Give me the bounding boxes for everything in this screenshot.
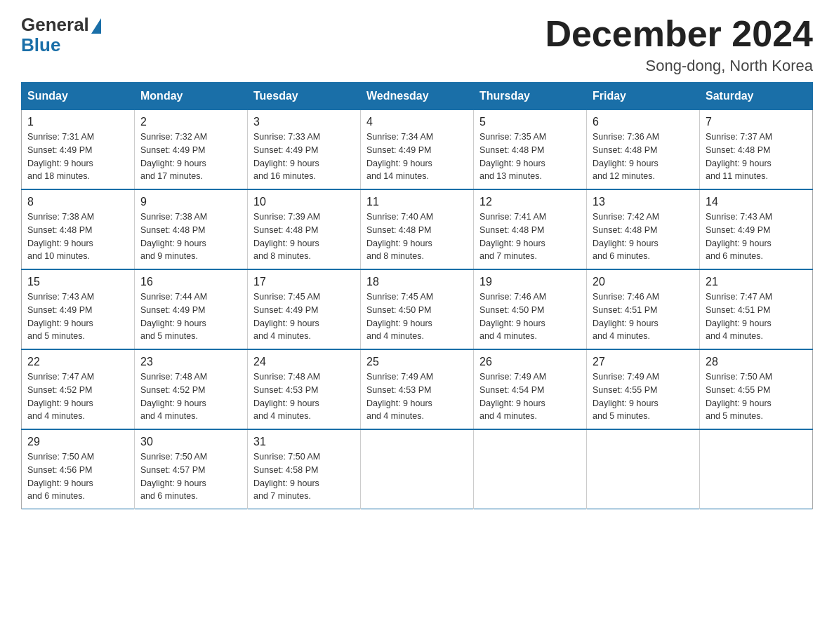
day-info: Sunrise: 7:33 AM Sunset: 4:49 PM Dayligh… <box>253 130 355 183</box>
day-number: 25 <box>366 356 468 368</box>
day-info: Sunrise: 7:44 AM Sunset: 4:49 PM Dayligh… <box>140 290 241 343</box>
day-number: 23 <box>140 356 241 368</box>
day-number: 17 <box>253 276 355 288</box>
calendar-week-row: 1 Sunrise: 7:31 AM Sunset: 4:49 PM Dayli… <box>22 110 813 190</box>
calendar-cell: 29 Sunrise: 7:50 AM Sunset: 4:56 PM Dayl… <box>22 429 135 509</box>
day-number: 21 <box>706 276 807 288</box>
calendar-week-row: 29 Sunrise: 7:50 AM Sunset: 4:56 PM Dayl… <box>22 429 813 509</box>
day-info: Sunrise: 7:39 AM Sunset: 4:48 PM Dayligh… <box>253 210 355 263</box>
day-info: Sunrise: 7:35 AM Sunset: 4:48 PM Dayligh… <box>479 130 581 183</box>
day-info: Sunrise: 7:47 AM Sunset: 4:51 PM Dayligh… <box>706 290 807 343</box>
col-saturday: Saturday <box>700 83 813 110</box>
calendar-cell: 27 Sunrise: 7:49 AM Sunset: 4:55 PM Dayl… <box>587 349 700 429</box>
day-number: 22 <box>27 356 128 368</box>
day-number: 30 <box>140 436 241 448</box>
day-info: Sunrise: 7:49 AM Sunset: 4:55 PM Dayligh… <box>593 370 694 423</box>
col-thursday: Thursday <box>474 83 587 110</box>
month-title: December 2024 <box>545 14 813 54</box>
day-info: Sunrise: 7:49 AM Sunset: 4:53 PM Dayligh… <box>366 370 468 423</box>
calendar-cell: 31 Sunrise: 7:50 AM Sunset: 4:58 PM Dayl… <box>248 429 361 509</box>
day-number: 7 <box>706 116 807 128</box>
day-number: 14 <box>706 196 807 208</box>
calendar-cell: 12 Sunrise: 7:41 AM Sunset: 4:48 PM Dayl… <box>474 189 587 269</box>
day-number: 10 <box>253 196 355 208</box>
calendar-cell: 5 Sunrise: 7:35 AM Sunset: 4:48 PM Dayli… <box>474 110 587 190</box>
calendar-cell: 21 Sunrise: 7:47 AM Sunset: 4:51 PM Dayl… <box>700 269 813 349</box>
day-number: 29 <box>27 436 128 448</box>
day-number: 13 <box>593 196 694 208</box>
calendar-cell: 23 Sunrise: 7:48 AM Sunset: 4:52 PM Dayl… <box>135 349 248 429</box>
day-info: Sunrise: 7:42 AM Sunset: 4:48 PM Dayligh… <box>593 210 694 263</box>
day-number: 26 <box>479 356 581 368</box>
calendar-cell: 3 Sunrise: 7:33 AM Sunset: 4:49 PM Dayli… <box>248 110 361 190</box>
day-number: 27 <box>593 356 694 368</box>
day-info: Sunrise: 7:32 AM Sunset: 4:49 PM Dayligh… <box>140 130 241 183</box>
calendar-cell: 6 Sunrise: 7:36 AM Sunset: 4:48 PM Dayli… <box>587 110 700 190</box>
day-info: Sunrise: 7:47 AM Sunset: 4:52 PM Dayligh… <box>27 370 128 423</box>
calendar-week-row: 15 Sunrise: 7:43 AM Sunset: 4:49 PM Dayl… <box>22 269 813 349</box>
day-number: 12 <box>479 196 581 208</box>
day-number: 9 <box>140 196 241 208</box>
day-info: Sunrise: 7:45 AM Sunset: 4:50 PM Dayligh… <box>366 290 468 343</box>
calendar-header-row: Sunday Monday Tuesday Wednesday Thursday… <box>22 83 813 110</box>
day-number: 8 <box>27 196 128 208</box>
calendar-cell: 8 Sunrise: 7:38 AM Sunset: 4:48 PM Dayli… <box>22 189 135 269</box>
calendar-cell: 24 Sunrise: 7:48 AM Sunset: 4:53 PM Dayl… <box>248 349 361 429</box>
calendar-cell <box>474 429 587 509</box>
calendar-cell: 13 Sunrise: 7:42 AM Sunset: 4:48 PM Dayl… <box>587 189 700 269</box>
day-info: Sunrise: 7:48 AM Sunset: 4:52 PM Dayligh… <box>140 370 241 423</box>
day-number: 11 <box>366 196 468 208</box>
day-number: 24 <box>253 356 355 368</box>
col-tuesday: Tuesday <box>248 83 361 110</box>
day-number: 19 <box>479 276 581 288</box>
day-info: Sunrise: 7:48 AM Sunset: 4:53 PM Dayligh… <box>253 370 355 423</box>
day-info: Sunrise: 7:49 AM Sunset: 4:54 PM Dayligh… <box>479 370 581 423</box>
day-number: 2 <box>140 116 241 128</box>
day-info: Sunrise: 7:50 AM Sunset: 4:55 PM Dayligh… <box>706 370 807 423</box>
calendar-cell: 26 Sunrise: 7:49 AM Sunset: 4:54 PM Dayl… <box>474 349 587 429</box>
calendar-cell: 1 Sunrise: 7:31 AM Sunset: 4:49 PM Dayli… <box>22 110 135 190</box>
day-number: 3 <box>253 116 355 128</box>
calendar-cell: 18 Sunrise: 7:45 AM Sunset: 4:50 PM Dayl… <box>361 269 474 349</box>
day-info: Sunrise: 7:34 AM Sunset: 4:49 PM Dayligh… <box>366 130 468 183</box>
day-info: Sunrise: 7:50 AM Sunset: 4:58 PM Dayligh… <box>253 450 355 503</box>
day-number: 6 <box>593 116 694 128</box>
day-info: Sunrise: 7:46 AM Sunset: 4:51 PM Dayligh… <box>593 290 694 343</box>
location-text: Song-dong, North Korea <box>545 57 813 75</box>
calendar-cell: 16 Sunrise: 7:44 AM Sunset: 4:49 PM Dayl… <box>135 269 248 349</box>
day-info: Sunrise: 7:36 AM Sunset: 4:48 PM Dayligh… <box>593 130 694 183</box>
calendar-cell: 20 Sunrise: 7:46 AM Sunset: 4:51 PM Dayl… <box>587 269 700 349</box>
calendar-cell: 15 Sunrise: 7:43 AM Sunset: 4:49 PM Dayl… <box>22 269 135 349</box>
calendar-cell: 9 Sunrise: 7:38 AM Sunset: 4:48 PM Dayli… <box>135 189 248 269</box>
day-info: Sunrise: 7:43 AM Sunset: 4:49 PM Dayligh… <box>706 210 807 263</box>
calendar-cell <box>361 429 474 509</box>
day-number: 18 <box>366 276 468 288</box>
calendar-cell: 30 Sunrise: 7:50 AM Sunset: 4:57 PM Dayl… <box>135 429 248 509</box>
calendar-cell: 10 Sunrise: 7:39 AM Sunset: 4:48 PM Dayl… <box>248 189 361 269</box>
day-number: 16 <box>140 276 241 288</box>
logo-general-text: General <box>21 14 89 36</box>
day-number: 4 <box>366 116 468 128</box>
page-header: General Blue December 2024 Song-dong, No… <box>21 14 813 75</box>
logo: General Blue <box>21 14 101 56</box>
day-number: 15 <box>27 276 128 288</box>
calendar-cell: 2 Sunrise: 7:32 AM Sunset: 4:49 PM Dayli… <box>135 110 248 190</box>
col-wednesday: Wednesday <box>361 83 474 110</box>
col-friday: Friday <box>587 83 700 110</box>
calendar-cell: 25 Sunrise: 7:49 AM Sunset: 4:53 PM Dayl… <box>361 349 474 429</box>
day-number: 31 <box>253 436 355 448</box>
day-info: Sunrise: 7:31 AM Sunset: 4:49 PM Dayligh… <box>27 130 128 183</box>
day-info: Sunrise: 7:46 AM Sunset: 4:50 PM Dayligh… <box>479 290 581 343</box>
col-monday: Monday <box>135 83 248 110</box>
day-info: Sunrise: 7:43 AM Sunset: 4:49 PM Dayligh… <box>27 290 128 343</box>
day-info: Sunrise: 7:50 AM Sunset: 4:57 PM Dayligh… <box>140 450 241 503</box>
calendar-week-row: 22 Sunrise: 7:47 AM Sunset: 4:52 PM Dayl… <box>22 349 813 429</box>
day-info: Sunrise: 7:40 AM Sunset: 4:48 PM Dayligh… <box>366 210 468 263</box>
day-info: Sunrise: 7:38 AM Sunset: 4:48 PM Dayligh… <box>140 210 241 263</box>
logo-triangle-icon <box>91 18 101 34</box>
calendar-cell: 19 Sunrise: 7:46 AM Sunset: 4:50 PM Dayl… <box>474 269 587 349</box>
day-info: Sunrise: 7:38 AM Sunset: 4:48 PM Dayligh… <box>27 210 128 263</box>
calendar-cell: 14 Sunrise: 7:43 AM Sunset: 4:49 PM Dayl… <box>700 189 813 269</box>
day-number: 1 <box>27 116 128 128</box>
day-info: Sunrise: 7:41 AM Sunset: 4:48 PM Dayligh… <box>479 210 581 263</box>
